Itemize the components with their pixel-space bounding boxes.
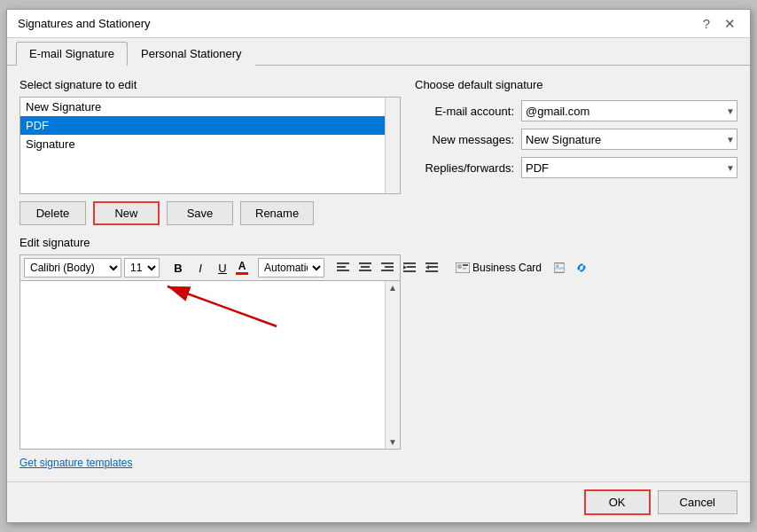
delete-button[interactable]: Delete bbox=[20, 201, 86, 225]
edit-toolbar: Calibri (Body) 11 B I U A bbox=[20, 254, 401, 280]
signature-edit-area[interactable]: ▲ ▼ bbox=[20, 280, 401, 450]
svg-rect-2 bbox=[337, 262, 349, 264]
svg-marker-13 bbox=[403, 265, 407, 270]
edit-content[interactable] bbox=[20, 281, 400, 449]
outdent-button[interactable] bbox=[422, 258, 441, 278]
signature-list-container[interactable]: New Signature PDF Signature bbox=[20, 97, 401, 194]
italic-button[interactable]: I bbox=[191, 258, 210, 278]
email-account-select[interactable]: @gmail.com bbox=[521, 100, 737, 121]
dialog-body: Select signature to edit New Signature P… bbox=[7, 66, 750, 481]
signatures-stationery-dialog: Signatures and Stationery ? ✕ E-mail Sig… bbox=[6, 9, 751, 523]
svg-rect-10 bbox=[381, 270, 394, 271]
edit-signature-label: Edit signature bbox=[20, 236, 401, 249]
signature-list: New Signature PDF Signature bbox=[20, 98, 400, 153]
indent-button[interactable] bbox=[400, 258, 419, 278]
sig-item-signature[interactable]: Signature bbox=[20, 135, 400, 153]
replies-forwards-label: Replies/forwards: bbox=[415, 161, 521, 175]
dialog-footer: OK Cancel bbox=[7, 481, 750, 522]
svg-rect-14 bbox=[403, 270, 416, 272]
email-account-label: E-mail account: bbox=[415, 105, 521, 118]
new-messages-select[interactable]: New Signature PDF Signature bbox=[521, 129, 737, 150]
auto-color-select[interactable]: Automatic bbox=[258, 258, 324, 278]
scroll-down-arrow[interactable]: ▼ bbox=[386, 435, 399, 449]
svg-rect-9 bbox=[385, 266, 394, 268]
save-button[interactable]: Save bbox=[167, 201, 233, 225]
new-messages-select-wrap: New Signature PDF Signature ▼ bbox=[521, 129, 737, 150]
svg-rect-4 bbox=[337, 270, 349, 271]
ok-button[interactable]: OK bbox=[584, 489, 651, 515]
scroll-up-arrow[interactable]: ▲ bbox=[386, 281, 399, 294]
font-color-button[interactable]: A bbox=[235, 258, 249, 278]
dialog-title: Signatures and Stationery bbox=[18, 17, 151, 30]
svg-rect-18 bbox=[425, 270, 438, 272]
svg-rect-15 bbox=[425, 262, 438, 264]
get-templates-link[interactable]: Get signature templates bbox=[20, 457, 401, 469]
font-size-select[interactable]: 11 bbox=[124, 258, 160, 278]
close-button[interactable]: ✕ bbox=[721, 16, 739, 32]
list-scrollbar[interactable] bbox=[385, 98, 400, 193]
align-center-button[interactable] bbox=[355, 258, 375, 278]
title-bar-controls: ? ✕ bbox=[699, 16, 739, 32]
choose-default-section: Choose default signature E-mail account:… bbox=[415, 78, 737, 185]
align-right-button[interactable] bbox=[378, 258, 397, 278]
svg-rect-11 bbox=[403, 262, 416, 264]
help-button[interactable]: ? bbox=[699, 16, 714, 31]
choose-default-label: Choose default signature bbox=[415, 78, 737, 91]
svg-rect-21 bbox=[463, 264, 468, 266]
tab-personal-stationery[interactable]: Personal Stationery bbox=[128, 42, 254, 66]
svg-rect-8 bbox=[381, 262, 394, 264]
svg-rect-22 bbox=[463, 268, 466, 270]
select-section-label: Select signature to edit bbox=[20, 78, 401, 91]
insert-picture-button[interactable] bbox=[550, 258, 569, 278]
tab-bar: E-mail Signature Personal Stationery bbox=[7, 38, 750, 66]
left-panel: Select signature to edit New Signature P… bbox=[20, 78, 401, 469]
business-card-button[interactable]: Business Card bbox=[450, 258, 547, 278]
new-messages-row: New messages: New Signature PDF Signatur… bbox=[415, 129, 737, 150]
scroll-track[interactable] bbox=[386, 294, 400, 435]
svg-rect-5 bbox=[359, 262, 371, 264]
tab-email-signature[interactable]: E-mail Signature bbox=[16, 42, 128, 66]
svg-rect-7 bbox=[359, 270, 371, 271]
svg-rect-16 bbox=[429, 266, 438, 268]
rename-button[interactable]: Rename bbox=[240, 201, 314, 225]
svg-rect-3 bbox=[337, 266, 346, 268]
new-messages-label: New messages: bbox=[415, 133, 521, 146]
replies-forwards-select[interactable]: PDF New Signature Signature bbox=[521, 157, 737, 178]
new-button[interactable]: New bbox=[93, 201, 160, 225]
font-select[interactable]: Calibri (Body) bbox=[24, 258, 121, 278]
underline-button[interactable]: U bbox=[213, 258, 232, 278]
replies-forwards-select-wrap: PDF New Signature Signature ▼ bbox=[521, 157, 737, 178]
email-account-row: E-mail account: @gmail.com ▼ bbox=[415, 100, 737, 121]
edit-area-scrollbar[interactable]: ▲ ▼ bbox=[385, 281, 400, 449]
title-bar: Signatures and Stationery ? ✕ bbox=[7, 10, 750, 38]
align-left-button[interactable] bbox=[333, 258, 353, 278]
svg-rect-6 bbox=[361, 266, 370, 268]
replies-forwards-row: Replies/forwards: PDF New Signature Sign… bbox=[415, 157, 737, 178]
svg-marker-17 bbox=[425, 265, 429, 270]
sig-item-pdf[interactable]: PDF bbox=[20, 116, 400, 135]
cancel-button[interactable]: Cancel bbox=[658, 490, 737, 514]
svg-rect-20 bbox=[457, 264, 462, 269]
svg-rect-12 bbox=[407, 266, 416, 268]
bold-button[interactable]: B bbox=[168, 258, 188, 278]
email-account-select-wrap: @gmail.com ▼ bbox=[521, 100, 737, 121]
insert-hyperlink-button[interactable] bbox=[572, 258, 591, 278]
sig-button-row: Delete New Save Rename bbox=[20, 201, 401, 225]
sig-item-new-signature[interactable]: New Signature bbox=[20, 98, 400, 116]
